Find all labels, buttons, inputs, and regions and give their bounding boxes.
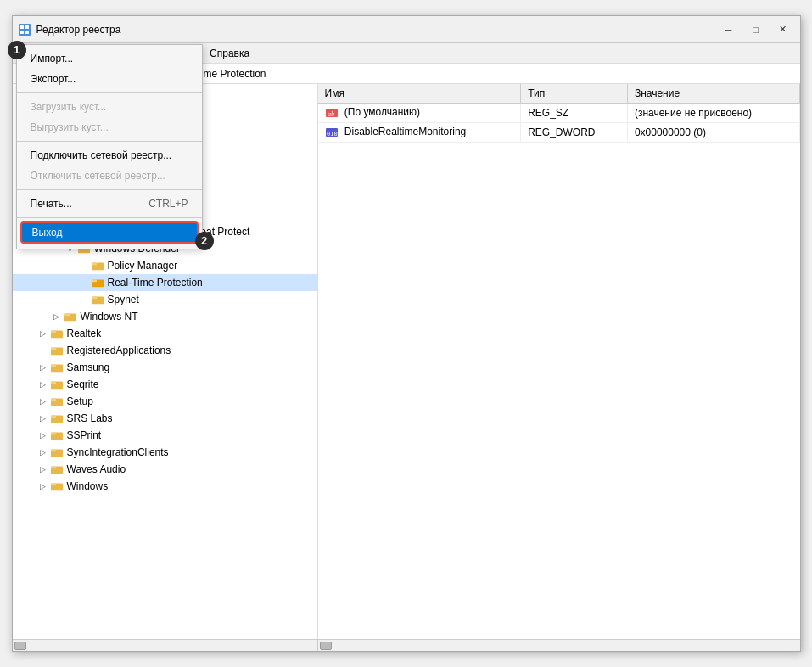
hscroll-thumb-right[interactable] — [320, 642, 332, 650]
maximize-button[interactable]: □ — [744, 21, 768, 38]
col-header-value: Значение — [627, 84, 799, 104]
tree-item-realtek[interactable]: ▷ Realtek — [13, 325, 317, 342]
svg-text:ab: ab — [328, 110, 334, 118]
menu-import[interactable]: Импорт... — [17, 48, 202, 69]
svg-rect-34 — [51, 331, 56, 334]
svg-rect-32 — [64, 314, 70, 317]
tree-item-sync[interactable]: ▷ SyncIntegrationClients — [13, 444, 317, 461]
folder-icon-sync — [50, 446, 64, 459]
reg-value-disable: 0x00000000 (0) — [627, 123, 799, 143]
separator-2 — [17, 141, 202, 142]
tree-label-seqrite: Seqrite — [67, 378, 99, 390]
scrollbar-area — [13, 639, 800, 651]
svg-rect-36 — [51, 348, 56, 350]
svg-rect-38 — [51, 365, 56, 367]
folder-icon-setup — [50, 395, 64, 408]
svg-rect-44 — [51, 416, 56, 418]
menu-print[interactable]: Печать... CTRL+P — [17, 193, 202, 214]
tree-item-waves[interactable]: ▷ Waves Audio — [13, 461, 317, 478]
folder-icon-srs — [50, 412, 64, 425]
minimize-button[interactable]: ─ — [717, 21, 741, 38]
badge-2: 2 — [195, 232, 214, 250]
folder-icon-windows-nt — [64, 310, 77, 323]
tree-item-windows-nt[interactable]: ▷ Windows NT — [13, 308, 317, 325]
tree-item-policy-mgr[interactable]: Policy Manager — [13, 257, 317, 274]
tree-item-regapps[interactable]: RegisteredApplications — [13, 342, 317, 359]
svg-rect-3 — [20, 31, 24, 34]
svg-rect-46 — [51, 433, 56, 435]
badge-1: 1 — [8, 41, 26, 59]
folder-icon-windows-root — [50, 479, 64, 493]
print-label: Печать... — [31, 198, 72, 210]
expand-icon-setup: ▷ — [36, 395, 50, 408]
expand-icon-sync: ▷ — [36, 446, 50, 459]
expand-icon-spynet — [77, 293, 91, 306]
menu-connect-net[interactable]: Подключить сетевой реестр... — [17, 145, 202, 165]
left-hscroll[interactable] — [13, 640, 318, 651]
file-dropdown-menu: Импорт... Экспорт... Загрузить куст... В… — [16, 44, 203, 249]
svg-rect-26 — [92, 263, 97, 266]
expand-icon-waves: ▷ — [36, 462, 50, 476]
svg-rect-4 — [25, 31, 29, 34]
tree-item-windows-root[interactable]: ▷ Windows — [13, 478, 317, 495]
folder-icon-policy-mgr — [91, 259, 104, 272]
separator-4 — [17, 217, 202, 218]
menu-exit[interactable]: Выход 2 — [20, 221, 199, 244]
tree-label-ssprint: SSPrint — [67, 429, 102, 441]
expand-icon-realtime — [77, 276, 91, 289]
expand-icon-policy-mgr — [77, 259, 91, 272]
expand-icon-samsung: ▷ — [36, 361, 50, 374]
folder-icon-realtime — [91, 276, 104, 289]
folder-icon-waves — [50, 462, 64, 476]
reg-name-default: ab (По умолчанию) — [318, 104, 521, 123]
reg-value-default: (значение не присвоено) — [627, 104, 799, 123]
tree-label-sync: SyncIntegrationClients — [67, 446, 169, 458]
tree-label-windows-nt: Windows NT — [81, 311, 138, 322]
svg-rect-50 — [51, 467, 56, 469]
reg-type-default: REG_SZ — [521, 104, 628, 123]
col-header-name: Имя — [318, 84, 521, 104]
reg-name-disable: 010 DisableRealtimeMonitoring — [318, 123, 521, 143]
svg-rect-40 — [51, 382, 56, 384]
tree-item-srs[interactable]: ▷ SRS Labs — [13, 410, 317, 427]
tree-item-ssprint[interactable]: ▷ SSPrint — [13, 427, 317, 444]
print-shortcut: CTRL+P — [148, 198, 188, 210]
tree-label-windows-root: Windows — [67, 480, 109, 492]
menu-help[interactable]: Справка — [203, 46, 256, 61]
svg-rect-0 — [19, 24, 31, 36]
hscroll-thumb-left[interactable] — [14, 642, 26, 650]
svg-rect-1 — [20, 25, 24, 29]
dword-icon: 010 — [325, 126, 339, 139]
menu-export[interactable]: Экспорт... — [17, 69, 202, 89]
title-bar-left: Редактор реестра — [18, 23, 121, 36]
tree-label-policy-mgr: Policy Manager — [108, 260, 178, 272]
svg-rect-48 — [51, 450, 56, 452]
close-button[interactable]: ✕ — [771, 21, 795, 38]
folder-icon-spynet — [91, 293, 104, 306]
expand-icon-srs: ▷ — [36, 412, 50, 425]
menu-bar: 1 Файл Импорт... Экспорт... Загрузить ку… — [13, 43, 800, 64]
registry-table: Имя Тип Значение ab — [318, 84, 800, 143]
tree-item-spynet[interactable]: Spynet — [13, 291, 317, 308]
svg-rect-42 — [51, 399, 56, 401]
tree-label-realtime: Real-Time Protection — [108, 277, 203, 289]
tree-item-realtime[interactable]: Real-Time Protection — [13, 274, 317, 291]
window-title: Редактор реестра — [36, 24, 121, 36]
folder-icon-seqrite — [50, 378, 64, 391]
title-bar: Редактор реестра ─ □ ✕ — [13, 16, 800, 43]
tree-label-regapps: RegisteredApplications — [67, 345, 171, 356]
table-row[interactable]: 010 DisableRealtimeMonitoring REG_DWORD … — [318, 123, 800, 143]
tree-item-seqrite[interactable]: ▷ Seqrite — [13, 376, 317, 393]
tree-label-samsung: Samsung — [67, 362, 110, 373]
svg-rect-52 — [51, 484, 56, 486]
table-row[interactable]: ab (По умолчанию) REG_SZ (значение не пр… — [318, 104, 800, 123]
file-menu-container: 1 Файл Импорт... Экспорт... Загрузить ку… — [16, 44, 59, 63]
col-header-type: Тип — [521, 84, 628, 104]
right-hscroll[interactable] — [318, 640, 800, 651]
tree-item-samsung[interactable]: ▷ Samsung — [13, 359, 317, 376]
tree-label-waves: Waves Audio — [67, 463, 126, 475]
reg-type-disable: REG_DWORD — [521, 123, 628, 143]
tree-label-spynet: Spynet — [108, 294, 139, 305]
expand-icon-regapps — [36, 344, 50, 357]
tree-item-setup[interactable]: ▷ Setup — [13, 393, 317, 410]
